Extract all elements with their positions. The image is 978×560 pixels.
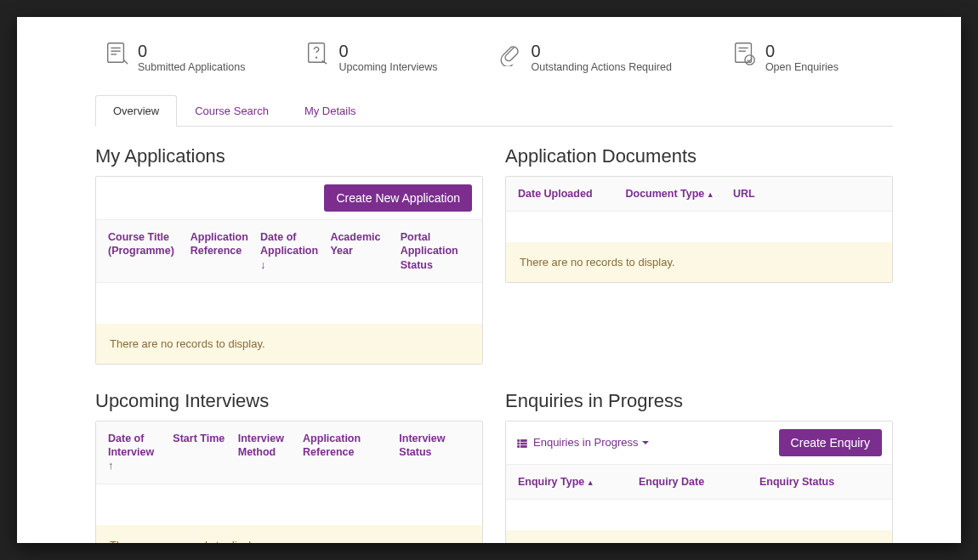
create-new-application-button[interactable]: Create New Application (324, 184, 472, 212)
panel-title: Upcoming Interviews (95, 390, 483, 412)
document-icon (104, 41, 129, 66)
stat-value: 0 (765, 41, 839, 61)
col-application-reference[interactable]: Application Reference (303, 432, 399, 473)
document-check-icon (731, 41, 757, 66)
col-enquiry-date[interactable]: Enquiry Date (639, 475, 759, 489)
interviews-empty-message: There are no records to display. (96, 525, 482, 544)
stat-label: Submitted Applications (138, 61, 245, 74)
col-date-uploaded[interactable]: Date Uploaded (518, 187, 625, 201)
panel-title: Application Documents (505, 145, 893, 167)
col-interview-method[interactable]: Interview Method (238, 432, 303, 473)
question-document-icon (304, 41, 330, 66)
panel-upcoming-interviews: Upcoming Interviews Date of Interview St… (95, 387, 483, 543)
stats-row: 0 Submitted Applications 0 Upcoming Inte… (95, 41, 893, 74)
stat-outstanding-actions: 0 Outstanding Actions Required (497, 41, 671, 74)
col-date-of-interview[interactable]: Date of Interview (108, 432, 173, 473)
enquiries-view-dropdown[interactable]: Enquiries in Progress (516, 436, 649, 450)
col-document-type[interactable]: Document Type (625, 187, 732, 201)
stat-value: 0 (138, 41, 245, 61)
enquiries-view-label: Enquiries in Progress (533, 436, 649, 449)
panel-application-documents: Application Documents Date Uploaded Docu… (505, 142, 893, 365)
svg-rect-11 (520, 439, 526, 441)
col-enquiry-type[interactable]: Enquiry Type (518, 475, 639, 489)
svg-rect-6 (736, 43, 752, 63)
tab-overview[interactable]: Overview (95, 95, 177, 127)
app-frame: 0 Submitted Applications 0 Upcoming Inte… (17, 17, 961, 543)
applications-table-body (96, 283, 482, 324)
stat-value: 0 (338, 41, 437, 61)
panel-enquiries: Enquiries in Progress Enquiries in Progr… (505, 387, 893, 543)
col-enquiry-status[interactable]: Enquiry Status (759, 475, 880, 489)
svg-rect-15 (520, 445, 526, 447)
enquiries-table-body (506, 500, 892, 530)
documents-empty-message: There are no records to display. (506, 242, 892, 282)
col-interview-status[interactable]: Interview Status (399, 432, 470, 473)
svg-rect-12 (518, 443, 520, 444)
interviews-table-body (96, 484, 482, 525)
col-start-time[interactable]: Start Time (173, 432, 237, 473)
enquiries-table-header: Enquiry Type Enquiry Date Enquiry Status (506, 465, 892, 500)
tab-course-search[interactable]: Course Search (177, 95, 287, 127)
stat-label: Upcoming Interviews (338, 61, 437, 74)
documents-table-header: Date Uploaded Document Type URL (506, 177, 892, 212)
create-enquiry-button[interactable]: Create Enquiry (779, 429, 882, 456)
col-portal-status[interactable]: Portal Application Status (401, 230, 470, 272)
tab-bar: Overview Course Search My Details (95, 94, 893, 127)
stat-label: Outstanding Actions Required (531, 61, 671, 74)
tab-my-details[interactable]: My Details (287, 95, 374, 127)
stat-open-enquiries: 0 Open Enquiries (731, 41, 839, 74)
col-course-title[interactable]: Course Title (Programme) (108, 230, 190, 272)
svg-rect-14 (518, 445, 520, 447)
enquiries-empty-message: There are no records to display. (506, 530, 892, 543)
col-url[interactable]: URL (733, 187, 880, 201)
applications-empty-message: There are no records to display. (96, 324, 482, 364)
col-date-of-application[interactable]: Date of Application (260, 230, 330, 272)
col-academic-year[interactable]: Academic Year (330, 230, 400, 272)
col-application-reference[interactable]: Application Reference (190, 230, 260, 272)
svg-rect-10 (518, 439, 520, 441)
interviews-table-header: Date of Interview Start Time Interview M… (96, 421, 482, 484)
stat-label: Open Enquiries (765, 61, 839, 74)
applications-table-header: Course Title (Programme) Application Ref… (96, 220, 482, 283)
stat-value: 0 (531, 41, 671, 61)
documents-table-body (506, 212, 892, 242)
stat-upcoming-interviews: 0 Upcoming Interviews (304, 41, 437, 74)
svg-rect-13 (520, 443, 526, 444)
svg-point-5 (316, 57, 317, 58)
paperclip-icon (497, 41, 522, 66)
list-icon (516, 436, 528, 450)
panel-my-applications: My Applications Create New Application C… (95, 142, 483, 365)
panel-title: My Applications (95, 145, 483, 167)
svg-rect-0 (108, 43, 124, 63)
panel-title: Enquiries in Progress (505, 390, 893, 412)
stat-submitted-applications: 0 Submitted Applications (104, 41, 245, 74)
